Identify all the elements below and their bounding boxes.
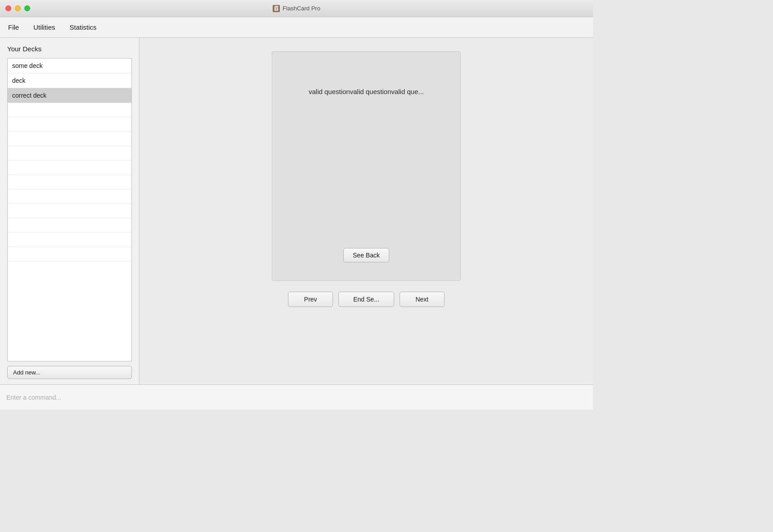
deck-item-empty-11 bbox=[8, 247, 131, 261]
deck-item-empty-6 bbox=[8, 175, 131, 189]
deck-item-empty-8 bbox=[8, 204, 131, 218]
sidebar-title: Your Decks bbox=[0, 45, 139, 58]
deck-item-empty-7 bbox=[8, 189, 131, 204]
close-button[interactable] bbox=[5, 5, 11, 11]
deck-item-some-deck[interactable]: some deck bbox=[8, 59, 131, 73]
add-new-button[interactable]: Add new... bbox=[7, 366, 132, 379]
deck-item-empty-4 bbox=[8, 146, 131, 161]
deck-list-container: some deck deck correct deck bbox=[7, 58, 132, 361]
end-session-button[interactable]: End Se... bbox=[338, 292, 394, 307]
menu-bar: File Utilities Statistics bbox=[0, 17, 593, 38]
menu-statistics[interactable]: Statistics bbox=[67, 22, 99, 33]
command-input[interactable] bbox=[6, 391, 587, 404]
see-back-button[interactable]: See Back bbox=[343, 248, 389, 262]
deck-item-empty-2 bbox=[8, 117, 131, 132]
deck-item-empty-3 bbox=[8, 132, 131, 146]
flashcard-question: valid questionvalid questionvalid que... bbox=[309, 65, 424, 248]
menu-utilities[interactable]: Utilities bbox=[31, 22, 58, 33]
main-container: Your Decks some deck deck correct deck bbox=[0, 38, 593, 384]
deck-item-empty-1 bbox=[8, 103, 131, 117]
prev-button[interactable]: Prev bbox=[288, 292, 333, 307]
deck-item-empty-10 bbox=[8, 233, 131, 247]
deck-list: some deck deck correct deck bbox=[8, 59, 131, 361]
window-controls bbox=[5, 5, 30, 11]
deck-item-empty-9 bbox=[8, 218, 131, 233]
flashcard: valid questionvalid questionvalid que...… bbox=[272, 51, 461, 281]
next-button[interactable]: Next bbox=[400, 292, 445, 307]
content-area: valid questionvalid questionvalid que...… bbox=[139, 38, 593, 384]
sidebar: Your Decks some deck deck correct deck bbox=[0, 38, 139, 384]
deck-list-wrapper: some deck deck correct deck bbox=[0, 58, 139, 361]
menu-file[interactable]: File bbox=[5, 22, 22, 33]
deck-item-empty-5 bbox=[8, 161, 131, 175]
command-bar bbox=[0, 384, 593, 410]
title-bar: 🃏 FlashCard Pro bbox=[0, 0, 593, 17]
maximize-button[interactable] bbox=[24, 5, 30, 11]
nav-buttons: Prev End Se... Next bbox=[288, 292, 445, 307]
minimize-button[interactable] bbox=[15, 5, 21, 11]
app-icon: 🃏 bbox=[273, 5, 280, 12]
deck-item-deck[interactable]: deck bbox=[8, 73, 131, 88]
deck-item-correct-deck[interactable]: correct deck bbox=[8, 88, 131, 103]
app-title: 🃏 FlashCard Pro bbox=[273, 5, 320, 12]
